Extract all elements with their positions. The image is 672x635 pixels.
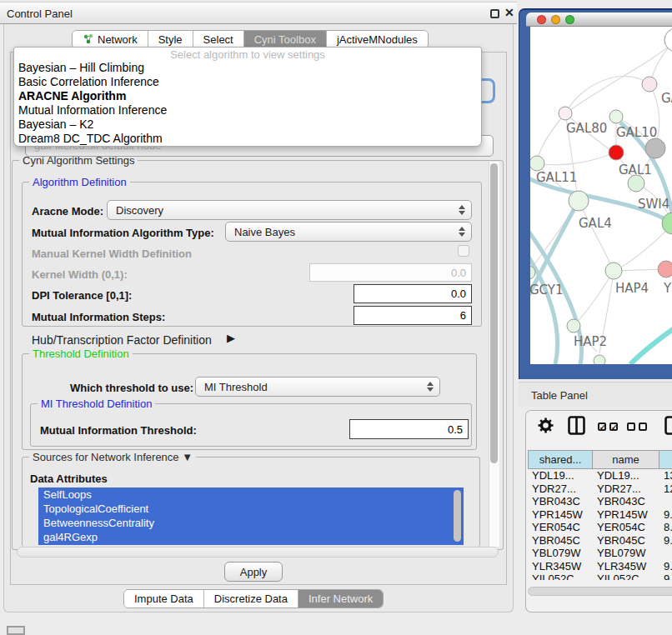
network-view-window: GAL GAL80 GAL10 GAL1 GAL11 SWI4 GAL4 GCY… [519,8,672,379]
dpi-tolerance-label: DPI Tolerance [0,1]: [32,289,132,302]
network-window-titlebar[interactable] [526,12,672,27]
column-header-name[interactable]: name [593,450,659,469]
node-label: GAL11 [536,170,577,185]
minimized-panel-icon[interactable] [7,626,25,635]
algorithm-placeholder: Select algorithm to view settings [14,48,481,61]
table-row[interactable]: YLR345WYLR345W9. [528,560,672,573]
mi-algorithm-type-combobox[interactable]: Naive Bayes [225,222,472,242]
network-edges-highlighted [530,122,672,364]
table-row[interactable]: YER054CYER054C8. [528,521,672,534]
network-node-gal1[interactable] [609,145,624,160]
tab-cyni-toolbox[interactable]: Cyni Toolbox [244,31,327,48]
algorithm-option[interactable]: Mutual Information Inference [14,103,481,118]
mi-steps-field[interactable] [354,306,472,325]
manual-kernel-width-checkbox[interactable] [458,245,469,257]
network-node-gal10[interactable] [609,110,623,123]
collapse-down-icon[interactable]: ▼ [182,451,193,463]
node-table: shared... name YDL19...YDL19...13 YDR27.… [528,450,672,580]
network-node[interactable] [664,28,672,52]
network-node-gal80[interactable] [559,107,572,120]
data-attributes-label: Data Attributes [30,472,108,485]
network-node-hap4[interactable] [605,262,622,279]
group-title: Threshold Definition [29,348,133,360]
stepper-arrows-icon [459,227,465,237]
mi-algorithm-type-label: Mutual Information Algorithm Type: [32,227,214,239]
unchecked-columns-icon[interactable] [627,422,647,431]
algorithm-option[interactable]: Dream8 DC_TDC Algorithm [14,132,481,146]
float-panel-icon[interactable] [490,9,499,18]
table-row[interactable]: YDL19...YDL19...13 [528,469,672,482]
algorithm-option[interactable]: Bayesian – Hill Climbing [14,61,481,75]
network-node[interactable] [628,175,644,192]
network-node-hap2[interactable] [567,319,580,332]
algorithm-dropdown-popup: Select algorithm to view settings Bayesi… [13,47,482,147]
zoom-traffic-light[interactable] [565,15,574,24]
tab-select[interactable]: Select [193,31,244,48]
group-title: MI Threshold Definition [38,398,155,410]
network-node-swi4[interactable] [662,212,672,234]
tab-label: Network [98,33,138,46]
tab-network[interactable]: Network [73,31,148,48]
network-node[interactable] [594,355,605,364]
attribute-item-selected[interactable]: TopologicalCoefficient [38,502,464,516]
table-panel-titlebar: Table Panel [519,382,672,407]
kernel-width-field[interactable] [309,263,472,282]
which-threshold-combobox[interactable]: MI Threshold [195,377,440,397]
close-icon[interactable]: ✕ [504,6,514,19]
node-label: GAL10 [616,125,657,140]
tab-discretize-data[interactable]: Discretize Data [204,590,298,608]
tab-impute-data[interactable]: Impute Data [124,590,204,608]
settings-horizontal-scrollbar[interactable] [17,547,499,558]
apply-button[interactable]: Apply [224,562,283,582]
minimize-traffic-light[interactable] [551,15,560,24]
column-header-shared-name[interactable]: shared... [528,450,593,469]
algorithm-option[interactable]: Bayesian – K2 [14,118,481,132]
dpi-tolerance-field[interactable] [354,284,472,303]
group-title: Algorithm Definition [29,176,130,188]
mi-threshold-field[interactable] [349,419,469,439]
attribute-item-selected[interactable]: BetweennessCentrality [38,516,464,530]
attribute-item-selected[interactable]: gal4RGexp [38,530,464,544]
split-columns-icon[interactable] [568,416,586,438]
control-panel-titlebar: Control Panel ✕ [0,2,517,24]
table-panel-title: Table Panel [531,389,588,402]
table-row[interactable]: YBR045CYBR045C9. [528,534,672,548]
attribute-item-selected[interactable]: SelfLoops [38,488,464,502]
close-traffic-light[interactable] [537,15,546,24]
kernel-width-label: Kernel Width (0,1): [32,268,128,281]
new-table-icon[interactable] [664,416,672,438]
tab-style[interactable]: Style [148,31,193,48]
algorithm-option[interactable]: Basic Correlation Inference [14,75,481,89]
table-row[interactable]: YPR145WYPR145W9. [528,508,672,522]
network-edge-cyan [630,325,672,364]
settings-scrollbar-thumb[interactable] [490,163,498,463]
aracne-mode-combobox[interactable]: Discovery [107,200,472,220]
mi-threshold-label: Mutual Information Threshold: [40,424,197,437]
node-label: SWI4 [638,197,669,212]
attributes-scrollbar-thumb[interactable] [454,490,461,542]
table-horizontal-scrollbar[interactable] [528,587,672,596]
mi-steps-label: Mutual Information Steps: [32,311,165,323]
gear-icon[interactable] [538,418,554,437]
table-row[interactable]: YBL079WYBL079W [528,547,672,560]
network-node-gal[interactable] [642,77,657,92]
node-label: HAP2 [574,334,607,349]
column-header-partial[interactable] [659,450,672,469]
tab-infer-network[interactable]: Infer Network [298,590,383,608]
network-node-y[interactable] [658,261,672,278]
which-threshold-label: Which threshold to use: [70,382,193,394]
network-node-gal4[interactable] [569,191,589,211]
expand-right-icon[interactable]: ▶ [227,332,235,344]
network-canvas[interactable]: GAL GAL80 GAL10 GAL1 GAL11 SWI4 GAL4 GCY… [530,27,672,364]
node-label: GAL4 [579,216,612,231]
node-label: HAP4 [615,281,649,296]
network-node[interactable] [645,138,665,158]
algorithm-option-selected[interactable]: ARACNE Algorithm [14,89,481,103]
table-row[interactable]: YIL052CYIL052C9 [528,572,672,580]
table-row[interactable]: YBR043CYBR043C [528,495,672,508]
table-row[interactable]: YDR27...YDR27...12 [528,482,672,496]
node-label: GAL [661,91,672,106]
checked-columns-icon[interactable]: ✓✓ [598,422,618,431]
tab-jactivemnodules[interactable]: jActiveMNodules [327,31,428,48]
network-node-gal11[interactable] [530,156,544,171]
